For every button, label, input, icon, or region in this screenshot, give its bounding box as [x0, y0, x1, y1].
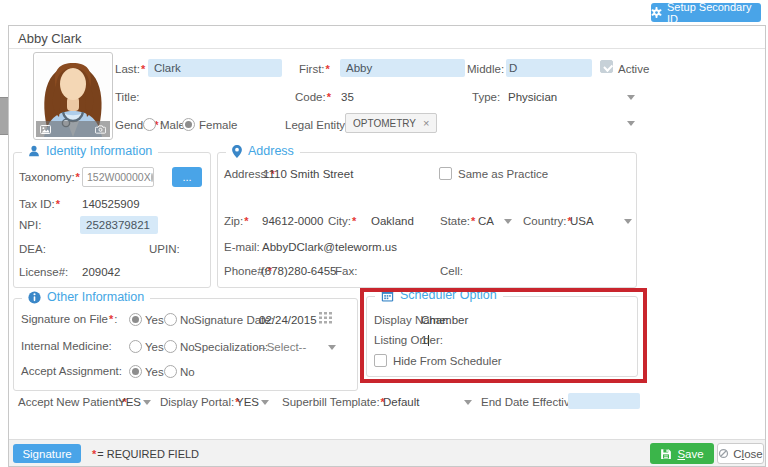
- active-label: Active: [618, 63, 649, 75]
- close-button[interactable]: Close: [717, 443, 764, 464]
- accept-new-patient-caret[interactable]: [143, 400, 151, 405]
- required-marker: *: [76, 171, 80, 183]
- address-value[interactable]: 1110 Smith Street: [263, 168, 353, 180]
- hide-from-scheduler-checkbox[interactable]: [374, 354, 387, 367]
- required-marker: *: [326, 63, 330, 75]
- end-date-effective-label: End Date Effective:: [481, 396, 579, 408]
- internal-medicine-yes-radio[interactable]: [129, 340, 142, 353]
- same-as-practice-checkbox[interactable]: [439, 167, 452, 180]
- save-disk-icon: [660, 448, 672, 460]
- required-marker: *: [109, 313, 113, 325]
- npi-input[interactable]: 2528379821: [80, 216, 158, 234]
- country-dropdown-caret[interactable]: [624, 219, 632, 224]
- identity-section-legend: Identity Information: [22, 144, 158, 158]
- internal-medicine-no-radio[interactable]: [164, 340, 177, 353]
- header-divider: [9, 48, 765, 49]
- identity-information-section: Identity Information Taxonomy:* 152W0000…: [13, 152, 211, 288]
- required-marker: *: [92, 448, 96, 460]
- gender-female-label[interactable]: Female: [199, 119, 237, 131]
- end-date-effective-input[interactable]: [568, 393, 640, 409]
- specialization-dropdown-caret[interactable]: [328, 345, 336, 350]
- same-as-practice-label[interactable]: Same as Practice: [458, 168, 548, 180]
- type-value[interactable]: Physician: [508, 91, 557, 103]
- internal-medicine-yes-label[interactable]: Yes: [145, 341, 164, 353]
- listing-order-input[interactable]: 1: [421, 334, 429, 346]
- email-value[interactable]: AbbyDClark@teleworm.us: [262, 241, 397, 253]
- code-label: Code:*: [295, 91, 332, 103]
- image-upload-icon[interactable]: [40, 125, 51, 134]
- city-value[interactable]: Oakland: [371, 215, 414, 227]
- display-name-value[interactable]: Chamber: [421, 314, 468, 326]
- scheduler-option-legend: Scheduler Option: [375, 288, 503, 302]
- gender-female-radio[interactable]: [182, 118, 195, 131]
- other-information-legend: Other Information: [22, 290, 150, 304]
- signature-on-file-yes-label[interactable]: Yes: [145, 314, 164, 326]
- person-icon: [28, 145, 40, 157]
- taxonomy-clear-icon[interactable]: [151, 173, 153, 182]
- display-portal-caret[interactable]: [261, 400, 269, 405]
- zip-value[interactable]: 94612-0000: [262, 215, 323, 227]
- accept-new-patient-label: Accept New Patient:*: [18, 396, 128, 408]
- specialization-value[interactable]: --Select--: [259, 341, 306, 353]
- taxonomy-lookup-button[interactable]: ...: [172, 167, 202, 187]
- setup-secondary-id-label: Setup Secondary ID: [667, 1, 761, 25]
- internal-medicine-no-label[interactable]: No: [180, 341, 195, 353]
- accept-new-patient-value[interactable]: YES: [118, 396, 141, 408]
- provider-photo: [33, 52, 113, 140]
- required-marker: *: [244, 215, 248, 227]
- signature-on-file-label: Signature on File*:: [21, 313, 117, 325]
- setup-secondary-id-button[interactable]: Setup Secondary ID: [651, 3, 761, 22]
- last-name-input[interactable]: Clark: [148, 59, 282, 77]
- save-button[interactable]: Save: [650, 443, 714, 464]
- fax-label: Fax:: [335, 265, 357, 277]
- first-name-input[interactable]: Abby: [340, 59, 465, 77]
- state-dropdown-caret[interactable]: [504, 219, 512, 224]
- taxonomy-input[interactable]: 152W00000X: [82, 167, 154, 187]
- accept-assignment-yes-radio[interactable]: [129, 365, 142, 378]
- provider-profile-page: Setup Secondary ID Abby Clark: [0, 0, 768, 467]
- accept-assignment-yes-label[interactable]: Yes: [145, 366, 164, 378]
- legal-entity-tag[interactable]: OPTOMETRY ×: [345, 113, 437, 133]
- text-cursor: [428, 335, 429, 346]
- superbill-template-caret[interactable]: [464, 400, 472, 405]
- signature-date-value[interactable]: 02/24/2015: [259, 314, 317, 326]
- type-dropdown-caret[interactable]: [627, 95, 635, 100]
- active-checkbox[interactable]: [600, 60, 613, 73]
- accept-assignment-no-radio[interactable]: [164, 365, 177, 378]
- state-label: State:*: [440, 215, 476, 227]
- legal-entity-tag-label: OPTOMETRY: [353, 118, 416, 129]
- middle-name-input[interactable]: D: [506, 59, 592, 77]
- phone-value[interactable]: (678)280-6455: [261, 265, 336, 277]
- gender-male-radio[interactable]: [143, 118, 156, 131]
- accept-assignment-no-label[interactable]: No: [180, 366, 195, 378]
- country-value[interactable]: USA: [570, 215, 594, 227]
- superbill-template-value[interactable]: Default: [383, 396, 419, 408]
- middle-name-label: Middle:: [467, 63, 504, 75]
- required-marker: *: [352, 215, 356, 227]
- signature-on-file-no-label[interactable]: No: [180, 314, 195, 326]
- display-portal-value[interactable]: YES: [236, 396, 259, 408]
- signature-button[interactable]: Signature: [13, 444, 81, 463]
- map-pin-icon: [232, 145, 242, 158]
- internal-medicine-label: Internal Medicine:: [21, 340, 112, 352]
- hide-from-scheduler-label[interactable]: Hide From Scheduler: [393, 355, 502, 367]
- title-label: Title:: [115, 91, 140, 103]
- remove-legal-entity-icon[interactable]: ×: [423, 118, 429, 129]
- legal-entity-dropdown-caret[interactable]: [627, 121, 635, 126]
- state-value[interactable]: CA: [478, 215, 494, 227]
- cell-label: Cell:: [440, 265, 463, 277]
- save-button-label: Save: [677, 448, 703, 460]
- camera-icon[interactable]: [95, 125, 106, 134]
- required-field-note: *= REQUIRED FIELD: [91, 448, 199, 460]
- date-picker-icon[interactable]: [319, 312, 332, 326]
- other-information-title: Other Information: [47, 290, 144, 304]
- tax-id-value: 140525909: [82, 198, 140, 210]
- cancel-circle-icon: [718, 448, 729, 459]
- license-label: License#:: [19, 266, 68, 278]
- address-section-legend: Address: [226, 144, 300, 158]
- calendar-icon: [381, 289, 394, 302]
- other-information-section: Other Information Signature on File*: Ye…: [13, 298, 358, 391]
- email-label: E-mail:: [224, 241, 260, 253]
- signature-on-file-no-radio[interactable]: [164, 313, 177, 326]
- signature-on-file-yes-radio[interactable]: [129, 313, 142, 326]
